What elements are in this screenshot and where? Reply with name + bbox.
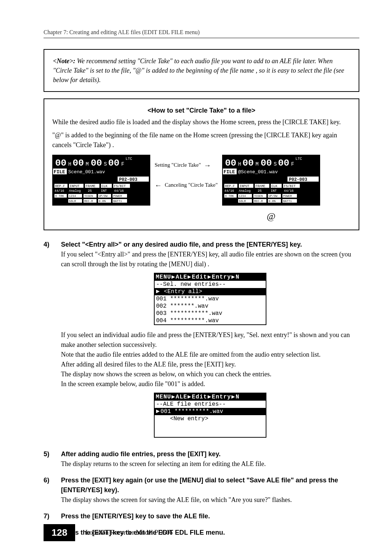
svg-text:F: F (291, 161, 294, 167)
svg-text:UP/DW: UP/DW (99, 194, 107, 198)
caret-icon (156, 409, 160, 413)
at-callout: @ (222, 210, 320, 223)
svg-text:POWER: POWER (283, 194, 292, 198)
howto-box: <How to set "Circle Take" to a file> Whi… (44, 98, 359, 230)
svg-text:TCGEN: TCGEN (254, 194, 263, 198)
svg-text:M: M (256, 161, 258, 167)
footer-text: Location Recorder Model PD606 (85, 529, 172, 536)
howto-p1: While the desired audio file is loaded a… (52, 117, 351, 127)
svg-text:P02-003: P02-003 (119, 177, 137, 182)
svg-text:00: 00 (242, 158, 254, 169)
svg-text:INT: INT (271, 189, 277, 193)
step-text: If you select "<Entry all>" and press th… (61, 250, 359, 269)
step-heading: Press the [ENTER/YES] key to save the AL… (61, 511, 359, 521)
lcd-selected-row: <Entry all> (155, 288, 266, 295)
caret-icon (156, 289, 160, 293)
svg-text:S: S (274, 161, 277, 167)
step-num: 7) (44, 511, 54, 521)
svg-text:S: S (104, 161, 107, 167)
step-heading: Press the [EXIT] key again (or use the [… (61, 475, 359, 495)
svg-text:44/16: 44/16 (224, 189, 234, 193)
arrow-left-icon: ← (155, 182, 162, 189)
svg-text:FRAME: FRAME (256, 185, 265, 188)
cancel-label-row: ← Canceling "Circle Take" (155, 181, 218, 189)
step-text: Note that the audio file entries added t… (61, 350, 359, 360)
lcd-row (155, 430, 266, 437)
svg-text:0.0%: 0.0% (269, 199, 275, 203)
lcd-row: 002 *******.wav (155, 303, 266, 310)
svg-text:TCGEN: TCGEN (84, 194, 93, 198)
svg-text:FRAME: FRAME (86, 185, 95, 188)
note-box: <Note>: We recommend setting "Circle Tak… (44, 49, 359, 92)
svg-text:56LR: 56LR (239, 199, 246, 203)
svg-text:Scene_001.wav: Scene_001.wav (68, 169, 105, 175)
step-num: 4) (44, 240, 54, 443)
lcd-row: 003 ***********.wav (155, 310, 266, 317)
step-text: The display returns to the screen for se… (61, 459, 359, 469)
chapter-header: Chapter 7: Creating and editing ALE file… (44, 29, 359, 36)
lcd-entry-select: MENU▶ALE▶Edit▶Entry▶N --Sel. new entries… (154, 273, 266, 325)
lcd-selected-row: 001 **********.wav (155, 408, 266, 415)
svg-text:00: 00 (108, 158, 119, 169)
svg-text:INPUT: INPUT (70, 185, 80, 188)
step-heading: After adding audio file entries, press t… (61, 449, 359, 459)
svg-text:FS/BIT: FS/BIT (284, 185, 296, 188)
svg-text:00: 00 (261, 158, 272, 169)
lcd-row: <New entry> (155, 415, 266, 422)
arrow-right-icon: → (204, 162, 211, 169)
step-4: 4) Select "<Entry all>" or any desired a… (44, 240, 359, 443)
page-number: 128 (44, 524, 75, 541)
svg-text:LTC: LTC (126, 157, 132, 161)
svg-text:25: 25 (88, 189, 92, 193)
svg-text:1234: 1234 (239, 194, 246, 198)
svg-text:P02-003: P02-003 (289, 177, 307, 182)
svg-text:0.0%: 0.0% (99, 199, 106, 203)
howto-p2: "@" is added to the beginning of the fil… (52, 130, 351, 149)
lcd-breadcrumb: MENU▶ALE▶Edit▶Entry▶N (155, 393, 266, 401)
svg-text:Analog: Analog (239, 189, 250, 193)
svg-text:H: H (68, 161, 71, 167)
setting-label-row: Setting "Circle Take" → (155, 161, 218, 169)
document-page: Chapter 7: Creating and editing ALE file… (0, 0, 392, 555)
svg-text:00: 00 (91, 158, 102, 169)
lcd-title: --Sel. new entries-- (155, 281, 266, 288)
svg-text:1234: 1234 (69, 194, 76, 198)
svg-text:00: 00 (73, 158, 84, 169)
step-text: If you select an individual audio file a… (61, 330, 359, 350)
svg-text:44/16: 44/16 (54, 189, 64, 193)
svg-text:F: F (121, 161, 124, 167)
home-screen-left: 00 H 00 M 00 S 00 F LTC FILE Scene_001.w… (52, 155, 150, 206)
step-num: 5) (44, 449, 54, 469)
svg-text:CLK: CLK (102, 185, 108, 188)
svg-text:00: 00 (55, 158, 66, 169)
lcd-title: --ALE file entries-- (155, 401, 266, 408)
home-screen-right: 00 H 00 M 00 S 00 F LTC FILE @Scene_001.… (222, 155, 320, 206)
svg-text:44/16: 44/16 (114, 189, 124, 193)
svg-text:FILE: FILE (54, 169, 65, 175)
svg-text:M: M (86, 161, 89, 167)
svg-text:LTC: LTC (295, 157, 302, 161)
lcd-row (155, 422, 266, 430)
svg-text:REP.F: REP.F (225, 185, 235, 188)
setting-label: Setting "Circle Take" (155, 161, 201, 169)
step-text: In the screen example below, audio file … (61, 379, 359, 389)
note-label: <Note>: (53, 57, 75, 65)
svg-text:@Scene_001.wav: @Scene_001.wav (238, 169, 278, 175)
header-rule (44, 38, 359, 38)
lcd-row: 004 **********.wav (155, 317, 266, 324)
step-5: 5) After adding audio file entries, pres… (44, 449, 359, 469)
svg-text:6 TRK: 6 TRK (55, 194, 64, 198)
svg-text:6 TRK: 6 TRK (225, 194, 234, 198)
step-text: The display now shows the screen as belo… (61, 369, 359, 379)
svg-text:REC-R: REC-R (84, 199, 93, 203)
cancel-label: Canceling "Circle Take" (165, 181, 218, 189)
step-text: After adding all desired files to the AL… (61, 360, 359, 369)
svg-text:REP.F: REP.F (55, 185, 65, 188)
svg-text:44/16: 44/16 (284, 189, 294, 193)
svg-text:FILE: FILE (224, 169, 235, 175)
svg-text:00: 00 (278, 158, 289, 169)
step-num: 6) (44, 475, 54, 505)
lcd-file-entries: MENU▶ALE▶Edit▶Entry▶N --ALE file entries… (154, 393, 266, 438)
step-heading: Select "<Entry all>" or any desired audi… (61, 240, 359, 250)
home-screens-area: 00 H 00 M 00 S 00 F LTC FILE Scene_001.w… (52, 155, 351, 223)
